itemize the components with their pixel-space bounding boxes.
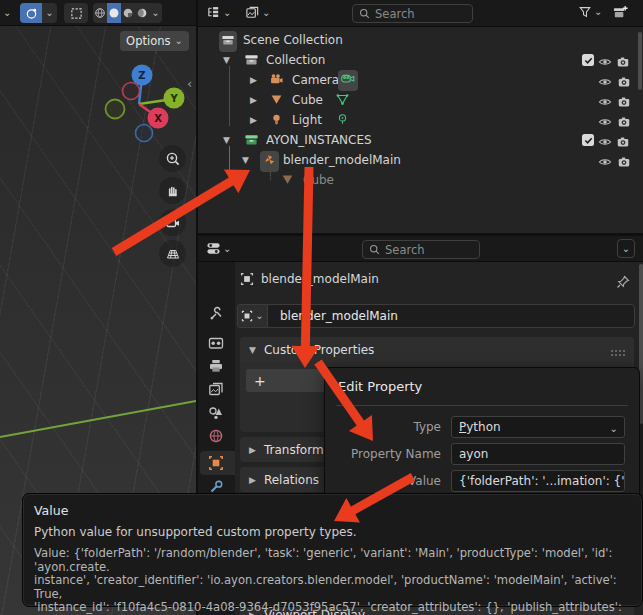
outliner-row-cube[interactable]: ▶ Cube: [198, 90, 643, 110]
outliner-scrollbar[interactable]: [638, 32, 642, 90]
scene-collection-icon: [219, 31, 237, 52]
mesh-data-icon[interactable]: [335, 92, 350, 111]
select-box-tool-button[interactable]: [64, 3, 88, 23]
outliner-row-scene-collection[interactable]: Scene Collection: [198, 30, 643, 50]
row-label: Collection: [266, 53, 325, 67]
gizmo-neg-x-axis[interactable]: [123, 83, 140, 100]
search-icon: [369, 244, 380, 255]
collapse-chevron-icon[interactable]: ▼: [223, 135, 230, 145]
new-collection-icon: [612, 4, 629, 21]
tab-scene[interactable]: [208, 405, 224, 421]
collapse-chevron-icon[interactable]: ▼: [242, 155, 249, 165]
select-box-icon: [70, 7, 83, 20]
shading-solid-button[interactable]: [107, 3, 121, 23]
collection-checkbox[interactable]: [582, 134, 594, 146]
svg-text:Y: Y: [169, 93, 178, 104]
outliner-row-camera[interactable]: ▶ Camera: [198, 70, 643, 90]
outliner-row-ayon-instances[interactable]: ▼ AYON_INSTANCES: [198, 130, 643, 150]
chevron-down-icon[interactable]: ⌄: [3, 8, 11, 18]
value-input[interactable]: {'folderPath': '...imation': {'acti: [451, 470, 625, 492]
light-object-icon: [269, 112, 284, 131]
type-label: Type: [325, 420, 441, 434]
expand-chevron-icon[interactable]: ▶: [250, 95, 257, 105]
proportional-dropdown[interactable]: ⌄: [42, 3, 57, 23]
search-icon: [359, 8, 370, 19]
outliner-filter-display-button[interactable]: ⌄: [245, 5, 270, 20]
tab-object[interactable]: [208, 455, 224, 471]
outliner-row-light[interactable]: ▶ Light: [198, 110, 643, 130]
camera-object-icon: [269, 72, 284, 91]
light-data-icon[interactable]: [335, 112, 350, 131]
svg-text:X: X: [154, 113, 162, 124]
image-stack-icon: [245, 5, 260, 20]
property-name-label: Property Name: [325, 447, 441, 461]
navigation-gizmo[interactable]: Z Y X: [98, 55, 190, 147]
mesh-object-icon: [269, 92, 284, 111]
collection-checkbox[interactable]: [582, 54, 594, 66]
panel-custom-properties[interactable]: ▼ Custom Properties: [240, 337, 634, 362]
svg-text:Z: Z: [138, 70, 145, 81]
add-property-button[interactable]: +: [246, 369, 328, 392]
panel-grip-icon[interactable]: [610, 346, 626, 360]
tree-dots: ┊: [268, 172, 273, 181]
material-sphere-icon: [122, 7, 134, 19]
tab-tool[interactable]: [208, 306, 224, 322]
properties-editor-type-button[interactable]: ⌄: [206, 241, 231, 256]
zoom-button[interactable]: [159, 145, 186, 172]
row-label: Scene Collection: [243, 33, 343, 47]
chevron-down-icon: ⌄: [223, 8, 231, 18]
properties-options-dropdown[interactable]: ⌄: [617, 239, 635, 258]
shading-material-button[interactable]: [121, 3, 135, 23]
edit-property-popup: Edit Property Type Python ⌄ Property Nam…: [324, 367, 640, 507]
outliner-row-collection[interactable]: ▼ Collection: [198, 50, 643, 70]
collapse-chevron-icon: ▼: [249, 345, 256, 355]
collection-icon: [244, 52, 259, 71]
shading-wireframe-button[interactable]: [93, 3, 107, 23]
expand-chevron-icon[interactable]: ▶: [250, 115, 257, 125]
pin-icon[interactable]: [615, 274, 631, 294]
camera-data-icon[interactable]: [338, 70, 358, 91]
search-placeholder: Search: [385, 243, 425, 257]
outliner-search-input[interactable]: Search: [352, 4, 473, 23]
object-icon: [241, 310, 253, 322]
viewport-header: ⌄ ⌄: [0, 0, 196, 26]
expand-chevron-icon[interactable]: ▶: [250, 75, 257, 85]
camera-view-button[interactable]: [159, 209, 186, 236]
row-label: Cube: [292, 93, 323, 107]
type-dropdown[interactable]: Python ⌄: [451, 416, 625, 438]
object-name-input[interactable]: blender_modelMain: [267, 304, 635, 328]
properties-search-input[interactable]: Search: [362, 240, 480, 259]
outliner-row-blender-modelmain[interactable]: ▼ blender_modelMain: [198, 150, 643, 170]
tab-view-layer[interactable]: [208, 381, 224, 397]
tooltip-body: Value: {'folderPath': '/random/blender',…: [34, 547, 642, 615]
shading-rendered-button[interactable]: [135, 3, 149, 23]
new-collection-button[interactable]: [612, 4, 629, 21]
outliner-display-mode-button[interactable]: ⌄: [206, 5, 231, 20]
proportional-editing-button[interactable]: [20, 3, 42, 23]
gizmo-neg-z-axis[interactable]: [136, 125, 153, 142]
shading-dropdown[interactable]: ⌄: [149, 3, 162, 23]
value-label: Value: [325, 474, 441, 488]
orthographic-grid-button[interactable]: [159, 240, 186, 267]
chevron-down-icon: ⌄: [610, 424, 618, 434]
collapse-chevron-icon[interactable]: ▼: [223, 55, 230, 65]
object-selector-button[interactable]: ⌄: [237, 304, 267, 328]
outliner-row-cube-child[interactable]: ┊ Cube: [198, 170, 643, 190]
pan-hand-button[interactable]: [159, 177, 186, 204]
camera-icon: [165, 215, 181, 231]
proportional-circle-icon: [25, 7, 38, 20]
outliner-filter-button[interactable]: ⌄: [578, 5, 602, 19]
search-placeholder: Search: [375, 7, 415, 21]
tab-render[interactable]: [208, 335, 224, 351]
ayon-instance-icon: [260, 151, 279, 172]
chevron-down-icon: ⌄: [255, 311, 263, 321]
property-name-input[interactable]: ayon: [451, 443, 625, 465]
breadcrumb[interactable]: blender_modelMain: [240, 272, 379, 286]
tab-output[interactable]: [208, 358, 224, 374]
shading-mode-group: ⌄: [93, 3, 162, 23]
gizmo-neg-y-axis[interactable]: [106, 100, 125, 119]
tab-world[interactable]: [208, 428, 224, 444]
panel-title: Relations: [264, 473, 319, 487]
options-button[interactable]: Options ⌄: [120, 31, 189, 51]
filter-funnel-icon: [578, 5, 592, 19]
